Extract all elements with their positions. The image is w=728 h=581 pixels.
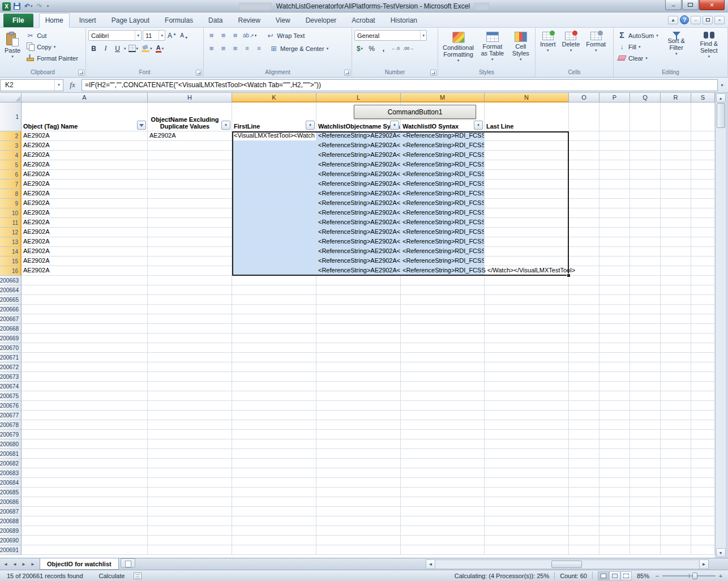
cell-P3[interactable] bbox=[599, 141, 630, 151]
cell-L15[interactable]: <ReferenceString>AE2902A</ReferenceStrin… bbox=[316, 257, 401, 266]
cell-Q200685[interactable] bbox=[630, 488, 661, 497]
align-center-button[interactable]: ≡ bbox=[218, 43, 229, 54]
cell-Q200690[interactable] bbox=[630, 536, 661, 545]
cell-Q200664[interactable] bbox=[630, 285, 661, 295]
filter-button-H[interactable]: ▾ bbox=[221, 121, 230, 130]
cell-S200690[interactable] bbox=[691, 536, 715, 545]
decrease-decimal-button[interactable]: .00→ bbox=[402, 43, 415, 54]
cell-A200685[interactable] bbox=[22, 488, 148, 497]
cell-R200689[interactable] bbox=[661, 526, 691, 536]
cell-A9[interactable]: AE2902A bbox=[22, 199, 148, 208]
cell-M16[interactable]: <ReferenceString>RDI_FCSS </Watch></Visu… bbox=[401, 266, 485, 276]
cell-R12[interactable] bbox=[661, 228, 691, 237]
cell-S200677[interactable] bbox=[691, 411, 715, 420]
row-header-200687[interactable]: 200687 bbox=[0, 507, 22, 516]
cell-A8[interactable]: AE2902A bbox=[22, 189, 148, 199]
cell-P200671[interactable] bbox=[599, 353, 630, 362]
cell-O4[interactable] bbox=[569, 151, 599, 160]
cell-P200665[interactable] bbox=[599, 295, 630, 305]
cell-O200663[interactable] bbox=[569, 276, 599, 285]
expand-formula-bar-button[interactable]: ▾ bbox=[718, 83, 726, 88]
cell-K200672[interactable] bbox=[232, 362, 316, 372]
row-header-200676[interactable]: 200676 bbox=[0, 401, 22, 411]
cell-S200675[interactable] bbox=[691, 391, 715, 401]
row-header-200680[interactable]: 200680 bbox=[0, 439, 22, 449]
cell-L200688[interactable] bbox=[316, 516, 401, 526]
cell-A14[interactable]: AE2902A bbox=[22, 247, 148, 257]
macro-record-icon[interactable] bbox=[134, 573, 142, 579]
row-header-200677[interactable]: 200677 bbox=[0, 411, 22, 420]
fill-button[interactable]: ↓Fill▾ bbox=[616, 41, 660, 52]
cell-K200668[interactable] bbox=[232, 324, 316, 334]
cell-O200683[interactable] bbox=[569, 468, 599, 478]
cell-L16[interactable]: <ReferenceString>AE2902A</ReferenceStrin… bbox=[316, 266, 401, 276]
fill-color-button[interactable]: ▾ bbox=[140, 43, 153, 54]
cell-H200663[interactable] bbox=[148, 276, 232, 285]
column-header-K[interactable]: K bbox=[232, 93, 316, 102]
vertical-scrollbar[interactable]: ▲ ▼ bbox=[715, 93, 726, 558]
cell-P200680[interactable] bbox=[599, 439, 630, 449]
cell-K200670[interactable] bbox=[232, 343, 316, 353]
cell-R13[interactable] bbox=[661, 237, 691, 247]
cell-N9[interactable] bbox=[485, 199, 569, 208]
cell-N5[interactable] bbox=[485, 160, 569, 170]
cell-S200669[interactable] bbox=[691, 334, 715, 343]
cell-L200677[interactable] bbox=[316, 411, 401, 420]
zoom-in-icon[interactable]: + bbox=[718, 573, 723, 579]
cell-O200666[interactable] bbox=[569, 305, 599, 314]
formula-input[interactable]: =IF(H2="","",CONCATENATE("<VisualLMXTest… bbox=[82, 79, 718, 91]
cell-M200663[interactable] bbox=[401, 276, 485, 285]
cell-O200671[interactable] bbox=[569, 353, 599, 362]
cell-P1[interactable] bbox=[599, 102, 630, 131]
cell-K200666[interactable] bbox=[232, 305, 316, 314]
cell-M200685[interactable] bbox=[401, 488, 485, 497]
cell-H200670[interactable] bbox=[148, 343, 232, 353]
cell-H200668[interactable] bbox=[148, 324, 232, 334]
column-header-N[interactable]: N bbox=[485, 93, 569, 102]
cell-P200672[interactable] bbox=[599, 362, 630, 372]
cell-S200679[interactable] bbox=[691, 430, 715, 439]
cell-O200672[interactable] bbox=[569, 362, 599, 372]
cell-S200673[interactable] bbox=[691, 372, 715, 382]
cell-Q200674[interactable] bbox=[630, 382, 661, 391]
cell-O200686[interactable] bbox=[569, 497, 599, 507]
cell-R9[interactable] bbox=[661, 199, 691, 208]
cell-M200671[interactable] bbox=[401, 353, 485, 362]
cell-R200679[interactable] bbox=[661, 430, 691, 439]
cell-S3[interactable] bbox=[691, 141, 715, 151]
cell-M200690[interactable] bbox=[401, 536, 485, 545]
cell-H200679[interactable] bbox=[148, 430, 232, 439]
cell-S200668[interactable] bbox=[691, 324, 715, 334]
cell-H9[interactable] bbox=[148, 199, 232, 208]
cell-S200688[interactable] bbox=[691, 516, 715, 526]
row-header-5[interactable]: 5 bbox=[0, 160, 22, 170]
cell-Q7[interactable] bbox=[630, 180, 661, 189]
workbook-restore-button[interactable] bbox=[703, 16, 713, 24]
cell-L200674[interactable] bbox=[316, 382, 401, 391]
cell-N8[interactable] bbox=[485, 189, 569, 199]
cell-A200690[interactable] bbox=[22, 536, 148, 545]
row-header-200669[interactable]: 200669 bbox=[0, 334, 22, 343]
cell-A5[interactable]: AE2902A bbox=[22, 160, 148, 170]
cell-N200671[interactable] bbox=[485, 353, 569, 362]
cell-R200680[interactable] bbox=[661, 439, 691, 449]
cell-H2[interactable]: AE2902A bbox=[148, 131, 232, 141]
excel-app-icon[interactable]: X bbox=[2, 2, 11, 11]
cell-L200686[interactable] bbox=[316, 497, 401, 507]
cell-K200683[interactable] bbox=[232, 468, 316, 478]
cell-S200665[interactable] bbox=[691, 295, 715, 305]
cell-M13[interactable]: <ReferenceString>RDI_FCSS bbox=[401, 237, 485, 247]
cell-A200678[interactable] bbox=[22, 420, 148, 430]
cell-A3[interactable]: AE2902A bbox=[22, 141, 148, 151]
cell-A1[interactable]: Object (Tag) Name bbox=[22, 102, 148, 131]
row-header-200667[interactable]: 200667 bbox=[0, 314, 22, 324]
cell-N200691[interactable] bbox=[485, 545, 569, 555]
save-button[interactable] bbox=[12, 2, 22, 11]
cell-A4[interactable]: AE2902A bbox=[22, 151, 148, 160]
cell-S200689[interactable] bbox=[691, 526, 715, 536]
cell-M200680[interactable] bbox=[401, 439, 485, 449]
insert-worksheet-button[interactable] bbox=[121, 558, 135, 568]
cell-N200679[interactable] bbox=[485, 430, 569, 439]
cell-P200668[interactable] bbox=[599, 324, 630, 334]
scroll-right-button[interactable]: ► bbox=[699, 559, 709, 569]
